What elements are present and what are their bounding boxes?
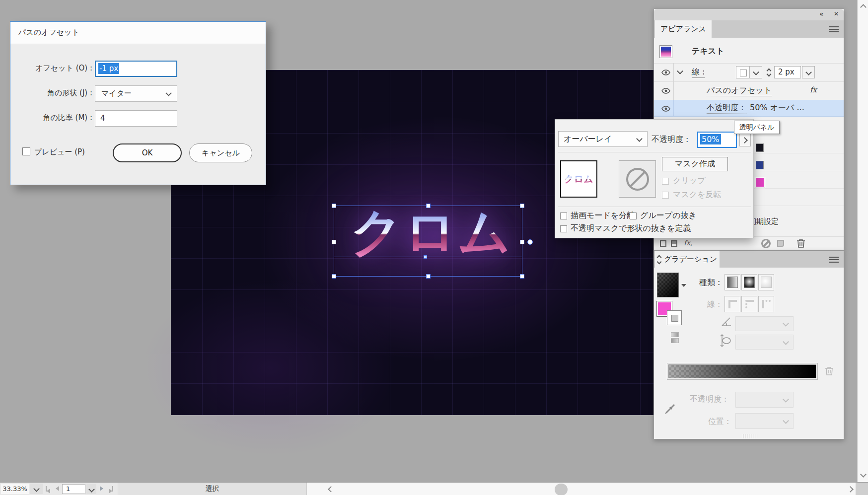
stroke-gradient-along-button[interactable] — [741, 296, 757, 312]
add-fill-icon[interactable] — [671, 240, 677, 247]
knockout-group-checkbox[interactable] — [630, 212, 637, 219]
opacity-mask-define-checkbox[interactable] — [560, 225, 567, 232]
horizontal-scroll-thumb[interactable] — [555, 484, 568, 495]
status-segment[interactable]: 選択 — [118, 483, 307, 495]
eye-icon[interactable] — [661, 87, 671, 96]
eye-icon[interactable] — [661, 105, 671, 114]
dialog-titlebar[interactable]: パスのオフセット — [10, 22, 266, 44]
stroke-swatch-inner — [740, 70, 747, 76]
handle-bottom-center[interactable] — [426, 274, 431, 279]
artwork-text-glow-wrap[interactable]: クロム — [332, 199, 530, 268]
make-mask-button[interactable]: マスク作成 — [662, 157, 728, 171]
fill-swatch-blue[interactable] — [756, 161, 764, 169]
reverse-gradient-icon[interactable] — [671, 332, 679, 337]
eyedropper-icon[interactable] — [664, 403, 676, 418]
miter-input[interactable]: 4 — [95, 110, 177, 127]
opacity-row-value: 50% オーバ ... — [750, 103, 804, 113]
appearance-row-offset[interactable]: パスのオフセット fx — [654, 81, 844, 100]
handle-mid-left[interactable] — [332, 240, 336, 244]
handle-bottom-right[interactable] — [520, 274, 524, 279]
stroke-proxy-swatch[interactable] — [667, 310, 682, 325]
handle-top-left[interactable] — [332, 204, 336, 208]
gradient-slider[interactable] — [668, 364, 816, 378]
appearance-row-type[interactable]: テキスト — [654, 38, 844, 64]
rotate-handle[interactable] — [527, 239, 533, 245]
page-dropdown-button[interactable] — [86, 484, 96, 494]
scroll-down-icon[interactable] — [860, 471, 867, 478]
popup-opacity-input[interactable]: 50% — [697, 132, 737, 148]
popup-opacity-slider-button[interactable] — [739, 133, 751, 146]
object-thumbnail[interactable]: クロム — [560, 160, 597, 198]
page-number-input[interactable]: 1 — [62, 484, 85, 494]
collapse-stack-icon[interactable] — [657, 256, 661, 264]
gradient-stroke-label: 線 : — [707, 299, 720, 310]
zoom-dropdown-button[interactable] — [30, 484, 43, 494]
add-effect-icon[interactable]: fx, — [684, 239, 693, 247]
appearance-row-stroke[interactable]: 線 : 2 px — [654, 63, 844, 82]
gradient-swatch-menu-icon[interactable] — [681, 284, 686, 287]
close-panel-icon[interactable]: ✕ — [834, 10, 839, 17]
duplicate-item-icon[interactable] — [777, 240, 784, 247]
stop-opacity-dropdown[interactable] — [735, 392, 794, 408]
next-page-icon[interactable] — [100, 486, 103, 491]
tab-appearance[interactable]: アピアランス — [655, 20, 712, 38]
stroke-gradient-across-button[interactable] — [758, 296, 774, 312]
fill-swatch-pink[interactable] — [755, 177, 765, 188]
trash-icon[interactable] — [796, 238, 805, 250]
offset-input[interactable]: -1 px — [95, 61, 177, 77]
handle-bottom-left[interactable] — [332, 274, 336, 279]
linear-gradient-button[interactable] — [724, 274, 740, 290]
isolate-blending-checkbox[interactable] — [560, 212, 567, 219]
stroke-color-dropdown[interactable] — [749, 66, 762, 78]
handle-mid-right[interactable] — [520, 240, 524, 244]
handle-top-right[interactable] — [520, 204, 524, 208]
panel-menu-icon[interactable] — [829, 257, 839, 258]
chevron-down-icon — [165, 90, 172, 96]
scroll-up-icon[interactable] — [860, 4, 867, 10]
appearance-row-opacity[interactable]: 不透明度： 50% オーバ ... — [654, 100, 844, 117]
handle-top-center[interactable] — [426, 204, 431, 208]
gradient-swatch[interactable] — [657, 273, 679, 297]
stroke-color-swatch[interactable] — [736, 66, 750, 78]
clear-appearance-icon[interactable] — [761, 239, 771, 248]
stroke-label[interactable]: 線 : — [692, 67, 705, 78]
last-page-icon[interactable] — [109, 486, 113, 495]
prev-page-icon[interactable] — [56, 486, 59, 491]
baseline-handle[interactable] — [424, 255, 427, 259]
joins-dropdown[interactable]: マイター — [95, 85, 177, 102]
mask-thumbnail-empty[interactable] — [619, 160, 656, 198]
cancel-button[interactable]: キャンセル — [189, 143, 252, 162]
expand-stroke-icon[interactable] — [677, 68, 683, 74]
aspect-ratio-dropdown[interactable] — [735, 335, 794, 350]
stroke-weight-input[interactable]: 2 px — [774, 66, 801, 78]
opacity-row-link[interactable]: 不透明度： — [707, 103, 746, 114]
fill-swatch-black[interactable] — [756, 143, 764, 152]
stop-location-dropdown[interactable] — [735, 413, 794, 429]
horizontal-scrollbar[interactable] — [307, 483, 856, 495]
artwork-text[interactable]: クロム — [332, 199, 530, 268]
transparency-popup: オーバーレイ 不透明度 : 50% クロム マスク作成 クリップ マスクを反転 … — [555, 119, 754, 238]
stroke-unit-dropdown[interactable] — [802, 66, 815, 78]
panel-resize-grip[interactable] — [743, 434, 760, 438]
scroll-right-icon[interactable] — [847, 486, 854, 493]
stroke-weight-stepper[interactable] — [765, 66, 773, 78]
first-page-icon[interactable] — [46, 486, 50, 495]
angle-dropdown[interactable] — [735, 316, 794, 331]
panel-menu-icon[interactable] — [829, 26, 839, 27]
freeform-gradient-button[interactable] — [758, 274, 774, 290]
blend-mode-dropdown[interactable]: オーバーレイ — [558, 131, 648, 147]
zoom-level-box[interactable]: 33.33% — [1, 484, 29, 494]
radial-gradient-button[interactable] — [741, 274, 757, 290]
tab-gradient[interactable]: グラデーション — [655, 251, 720, 268]
add-stroke-icon[interactable] — [660, 240, 666, 247]
eye-icon[interactable] — [661, 69, 671, 78]
ok-button[interactable]: OK — [113, 143, 182, 162]
scroll-left-icon[interactable] — [328, 486, 334, 493]
gradient-tab-label: グラデーション — [664, 255, 717, 264]
collapse-panel-icon[interactable]: « — [819, 10, 824, 18]
gradient-annotator-icon[interactable] — [671, 338, 679, 343]
preview-checkbox[interactable] — [22, 147, 30, 155]
offset-effect-link[interactable]: パスのオフセット — [707, 85, 772, 96]
stroke-gradient-within-button[interactable] — [724, 296, 740, 312]
vertical-scrollbar[interactable] — [857, 0, 868, 482]
